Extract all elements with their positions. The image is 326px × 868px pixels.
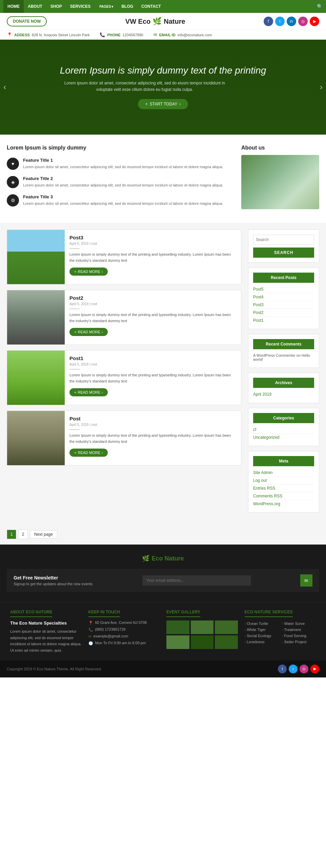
page-1[interactable]: 1 <box>7 530 16 539</box>
footer-instagram-icon[interactable]: ◎ <box>300 665 308 673</box>
post-card-0: Post April 5, 2019 | root Lorem Ipsum is… <box>7 411 241 466</box>
donate-button[interactable]: DONATE NOW <box>7 16 47 26</box>
categories-widget: Categories cf Uncategorized <box>248 408 319 446</box>
post-1-read-more[interactable]: + READ MORE › <box>69 388 108 396</box>
newsletter-submit-icon[interactable]: ✉ <box>300 574 312 587</box>
sidebar: SEARCH Recent Posts Post5 Post4 Post3 Po… <box>248 230 319 517</box>
page-2[interactable]: 2 <box>18 530 28 539</box>
nav-contact[interactable]: CONTACT <box>137 0 165 13</box>
category-uncategorized[interactable]: Uncategorized <box>253 434 314 441</box>
nav-pages[interactable]: PAGES ▾ <box>95 0 117 13</box>
nav-about[interactable]: ABOUT <box>24 0 46 13</box>
search-widget: SEARCH <box>248 230 319 263</box>
footer-phone: 📞 (880) 1723801729 <box>88 627 160 632</box>
newsletter-text: Get Free Newsletter Signup to get the up… <box>14 575 93 586</box>
service-food-serving: Food Serving <box>282 633 316 639</box>
meta-site-admin[interactable]: Site Admin <box>253 469 314 477</box>
gallery-thumb-5[interactable] <box>191 635 214 649</box>
recent-posts-list: Post5 Post4 Post3 Post2 Post1 <box>253 285 314 324</box>
post-1-image <box>7 351 65 405</box>
location-icon: 📍 <box>7 32 12 37</box>
archive-april-2019[interactable]: April 2019 <box>253 391 314 398</box>
recent-post-4[interactable]: Post4 <box>253 293 314 301</box>
post-card-3: Post3 April 5, 2019 | root Lorem Ipsum i… <box>7 230 241 284</box>
meta-entries-rss[interactable]: Entries RSS <box>253 485 314 492</box>
category-cf[interactable]: cf <box>253 426 314 434</box>
footer-gallery-grid <box>166 620 238 649</box>
recent-post-3[interactable]: Post3 <box>253 301 314 309</box>
site-logo: VW Eco 🌿 Nature <box>125 17 185 26</box>
newsletter-area: Get Free Newsletter Signup to get the up… <box>7 569 319 592</box>
nav-shop[interactable]: SHOP <box>46 0 66 13</box>
gallery-thumb-4[interactable] <box>166 635 189 649</box>
hero-section: ‹ Lorem Ipsum is simply dummy text of th… <box>0 40 326 135</box>
meta-log-out[interactable]: Log out <box>253 477 314 485</box>
post-3-meta: April 5, 2019 | root <box>69 242 236 245</box>
next-page-button[interactable]: Next page <box>30 530 57 538</box>
post-3-image <box>7 230 65 284</box>
footer-bottom: Copyright 2019 © Eco Nature Theme. All R… <box>0 660 326 677</box>
recent-post-1[interactable]: Post1 <box>253 317 314 324</box>
recent-post-2[interactable]: Post2 <box>253 309 314 317</box>
nav-blog[interactable]: BLOG <box>117 0 137 13</box>
post-2-read-more[interactable]: + READ MORE › <box>69 328 108 336</box>
post-0-read-more[interactable]: + READ MORE › <box>69 449 108 457</box>
post-2-image <box>7 290 65 344</box>
posts-column: Post3 April 5, 2019 | root Lorem Ipsum i… <box>7 230 241 517</box>
search-input[interactable] <box>253 235 314 245</box>
post-3-read-more[interactable]: + READ MORE › <box>69 268 108 276</box>
footer-phone-icon: 📞 <box>88 628 93 632</box>
search-icon[interactable]: 🔍 <box>317 4 323 9</box>
post-0-image <box>7 411 65 465</box>
instagram-icon[interactable]: ◎ <box>298 17 308 26</box>
hero-cta-button[interactable]: + START TODAY › <box>138 99 188 109</box>
hero-next-arrow[interactable]: › <box>320 82 323 92</box>
post-0-meta: April 5, 2019 | root <box>69 423 236 427</box>
gallery-thumb-6[interactable] <box>215 635 238 649</box>
meta-comments-rss[interactable]: Comments RSS <box>253 492 314 500</box>
footer-twitter-icon[interactable]: t <box>289 665 298 673</box>
post-3-divider <box>69 248 80 249</box>
feature-2: ◈ Feature Title 2 Lorem ipsum dolor sit … <box>7 176 235 188</box>
address-info: 📍 ADDESS 828 N. Iroquois Street Lincoln … <box>7 32 89 37</box>
feature-3-title: Feature Title 3 <box>23 194 223 199</box>
gallery-thumb-2[interactable] <box>191 620 214 634</box>
recent-posts-widget: Recent Posts Post5 Post4 Post3 Post2 Pos… <box>248 268 319 329</box>
footer-contact-col: Keep In Touch 📍 60 Grant Ave. Cornext NJ… <box>85 609 163 654</box>
gallery-thumb-1[interactable] <box>166 620 189 634</box>
footer-youtube-icon[interactable]: ▶ <box>310 665 319 673</box>
nav-home[interactable]: HOME <box>3 0 24 13</box>
recent-posts-title: Recent Posts <box>253 273 314 283</box>
hero-prev-arrow[interactable]: ‹ <box>3 82 6 92</box>
search-button[interactable]: SEARCH <box>253 248 314 258</box>
meta-title: Meta <box>253 456 314 466</box>
linkedin-icon[interactable]: in <box>287 17 296 26</box>
newsletter-email-input[interactable] <box>142 575 251 586</box>
youtube-icon[interactable]: ▶ <box>310 17 319 26</box>
social-icons: f t in ◎ ▶ <box>264 17 319 26</box>
post-0-excerpt: Lorem Ipsum is simply dummy text of the … <box>69 433 236 445</box>
recent-post-5[interactable]: Post5 <box>253 285 314 293</box>
phone-info: 📞 PHONE 1234567890 <box>100 32 143 37</box>
meta-wordpress[interactable]: WordPress.org <box>253 500 314 508</box>
footer-email-icon: ✉ <box>88 634 91 639</box>
archives-widget: Archives April 2019 <box>248 373 319 403</box>
nav-services[interactable]: SERVICES <box>66 0 95 13</box>
footer-facebook-icon[interactable]: f <box>278 665 287 673</box>
feature-1: ♥ Feature Title 1 Lorem ipsum dolor sit … <box>7 158 235 170</box>
feature-3-desc: Lorem ipsum dolor sit amet, consectetur … <box>23 201 223 206</box>
post-3-title: Post3 <box>69 235 236 240</box>
facebook-icon[interactable]: f <box>264 17 273 26</box>
twitter-icon[interactable]: t <box>275 17 285 26</box>
footer-services-list-1: Ocean Turtle White Tiger Social Ecology … <box>245 620 279 645</box>
logo-tree-icon: 🌿 <box>152 17 162 26</box>
footer-about-title: About Eco Nature <box>10 610 52 617</box>
feature-3-icon: ⚙ <box>7 194 19 206</box>
post-card-1: Post1 April 5, 2019 | root Lorem Ipsum i… <box>7 350 241 405</box>
gallery-thumb-3[interactable] <box>215 620 238 634</box>
feature-1-title: Feature Title 1 <box>23 158 223 163</box>
footer-about-subtitle: The Eco Nature Specialties <box>10 620 82 626</box>
features-about-section: Lorem Ipsum is simply dummy ♥ Feature Ti… <box>0 135 326 223</box>
features-title: Lorem Ipsum is simply dummy <box>7 145 235 151</box>
footer-services-title: Eco Nature Services <box>245 610 293 617</box>
